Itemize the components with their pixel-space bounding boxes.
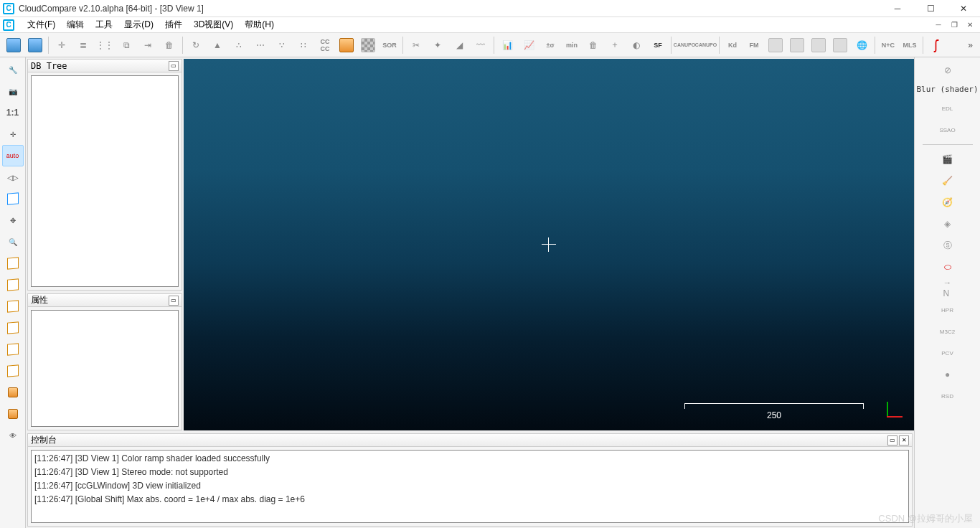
sf-gradient-icon[interactable]: ◐: [626, 35, 646, 55]
view-right-icon[interactable]: [2, 360, 24, 382]
canupo-train-icon[interactable]: CANUPO: [674, 35, 694, 55]
polyline-icon[interactable]: ʃ: [926, 35, 946, 55]
level-icon[interactable]: ◁▷: [2, 166, 24, 188]
sf-circle-icon[interactable]: ⓢ: [938, 235, 958, 255]
console-close-button[interactable]: ✕: [899, 435, 909, 446]
console-float-button[interactable]: ▭: [887, 435, 897, 446]
plugin-btn-3[interactable]: [809, 35, 829, 55]
sf-add-icon[interactable]: ＋: [605, 35, 625, 55]
save-button[interactable]: [25, 35, 45, 55]
normal-vector-icon[interactable]: →N: [938, 278, 958, 298]
normals-compute-button[interactable]: N+C: [878, 35, 898, 55]
view-iso2-icon[interactable]: [2, 403, 24, 425]
segment-icon[interactable]: ◢: [449, 35, 469, 55]
normals-icon[interactable]: ↻: [186, 35, 206, 55]
view-side-icon[interactable]: [2, 296, 24, 317]
subsample-icon[interactable]: ⋯: [250, 35, 270, 55]
hpr-button[interactable]: HPR: [938, 300, 958, 320]
menu-plugins[interactable]: 插件: [159, 17, 188, 32]
list-icon[interactable]: ≣: [73, 35, 93, 55]
disable-shader-icon[interactable]: ⊘: [938, 60, 958, 80]
db-tree-float-button[interactable]: ▭: [169, 61, 179, 71]
menu-display[interactable]: 显示(D): [118, 17, 159, 32]
toggle-stereo-icon[interactable]: 👁: [2, 425, 24, 446]
edl-shader-button[interactable]: EDL: [938, 98, 958, 118]
broom-icon[interactable]: 🧹: [938, 171, 958, 191]
fit-plane-icon[interactable]: 📈: [519, 35, 539, 55]
wrench-icon[interactable]: 🔧: [2, 59, 24, 80]
sphere-icon[interactable]: ●: [938, 364, 958, 385]
rasterize-icon[interactable]: [358, 35, 378, 55]
shield-icon[interactable]: ◈: [938, 214, 958, 234]
pick-center-icon[interactable]: ✛: [2, 123, 24, 145]
ssao-shader-button[interactable]: SSAO: [938, 120, 958, 140]
view-back-icon[interactable]: [2, 317, 24, 339]
merge-icon[interactable]: ⇥: [138, 35, 158, 55]
menu-help[interactable]: 帮助(H): [239, 17, 280, 32]
mls-button[interactable]: MLS: [900, 35, 920, 55]
3d-viewport[interactable]: 250: [184, 59, 914, 430]
crosshair-icon: [542, 237, 556, 252]
register-icon[interactable]: CCCC: [315, 35, 335, 55]
fm-button[interactable]: FM: [744, 35, 764, 55]
point-pick-icon[interactable]: ⋮⋮: [95, 35, 115, 55]
view-iso1-icon[interactable]: [2, 382, 24, 403]
global-zoom-icon[interactable]: [2, 188, 24, 209]
kd-button[interactable]: Kd: [722, 35, 743, 55]
clone-icon[interactable]: ⧉: [116, 35, 136, 55]
pcv-button[interactable]: PCV: [938, 343, 958, 363]
pick-rotation-center-icon[interactable]: ✛: [52, 35, 72, 55]
histogram-icon[interactable]: 📊: [497, 35, 517, 55]
menu-3dview[interactable]: 3D视图(V): [188, 17, 239, 32]
translate-icon[interactable]: ✦: [428, 35, 448, 55]
properties-title: 属性: [31, 294, 167, 306]
sample-points-icon[interactable]: ∴: [229, 35, 249, 55]
properties-float-button[interactable]: ▭: [169, 296, 179, 306]
rsd-button[interactable]: RSD: [938, 386, 958, 406]
plugin-btn-4[interactable]: [830, 35, 850, 55]
delete-icon[interactable]: 🗑: [159, 35, 179, 55]
menu-file[interactable]: 文件(F): [22, 17, 61, 32]
canupo-classify-icon[interactable]: CANUPO: [696, 35, 716, 55]
view-left-icon[interactable]: [2, 339, 24, 360]
mdi-close-button[interactable]: ✕: [963, 19, 977, 31]
align-icon[interactable]: [336, 35, 357, 55]
statistics-icon[interactable]: ∵: [272, 35, 292, 55]
octree-icon[interactable]: ▲: [207, 35, 227, 55]
magnifier-icon[interactable]: 🔍: [2, 231, 24, 253]
properties-body[interactable]: [31, 310, 179, 427]
m3c2-button[interactable]: M3C2: [938, 321, 958, 341]
animation-icon[interactable]: 🎬: [938, 149, 958, 169]
console-output[interactable]: [11:26:47] [3D View 1] Color ramp shader…: [31, 450, 909, 523]
globe-icon[interactable]: 🌐: [852, 35, 872, 55]
menu-tools[interactable]: 工具: [90, 17, 118, 32]
menu-edit[interactable]: 编辑: [61, 17, 90, 32]
open-file-button[interactable]: [4, 35, 24, 55]
db-tree-body[interactable]: [31, 75, 179, 287]
toolbar-overflow-button[interactable]: »: [963, 40, 977, 50]
noise-filter-icon[interactable]: ∷: [293, 35, 314, 55]
scalar-field-button[interactable]: SF: [648, 35, 668, 55]
mdi-minimize-button[interactable]: ─: [931, 19, 946, 31]
camera-icon[interactable]: 📷: [2, 80, 24, 102]
window-minimize-button[interactable]: ─: [881, 0, 914, 17]
window-close-button[interactable]: ✕: [947, 0, 980, 17]
auto-pick-center-button[interactable]: auto: [2, 145, 24, 166]
mdi-restore-button[interactable]: ❐: [947, 19, 961, 31]
view-front-icon[interactable]: [2, 274, 24, 296]
sf-delete-icon[interactable]: 🗑: [583, 35, 603, 55]
zoom-1to1-button[interactable]: 1:1: [2, 102, 24, 123]
sf-arithmetic-icon[interactable]: ±σ: [540, 35, 560, 55]
trace-polyline-icon[interactable]: 〰: [471, 35, 491, 55]
cross-section-icon[interactable]: ✂: [406, 35, 426, 55]
db-tree-panel: DB Tree ▭: [27, 59, 182, 291]
compass-icon[interactable]: 🧭: [938, 192, 958, 212]
sor-filter-button[interactable]: SOR: [380, 35, 400, 55]
plugin-btn-2[interactable]: [787, 35, 807, 55]
plugin-btn-1[interactable]: [765, 35, 786, 55]
ellipse-icon[interactable]: ⬭: [938, 257, 958, 277]
window-maximize-button[interactable]: ☐: [914, 0, 947, 17]
view-top-icon[interactable]: [2, 253, 24, 274]
move-icon[interactable]: ✥: [2, 209, 24, 231]
sf-min-icon[interactable]: min: [562, 35, 582, 55]
